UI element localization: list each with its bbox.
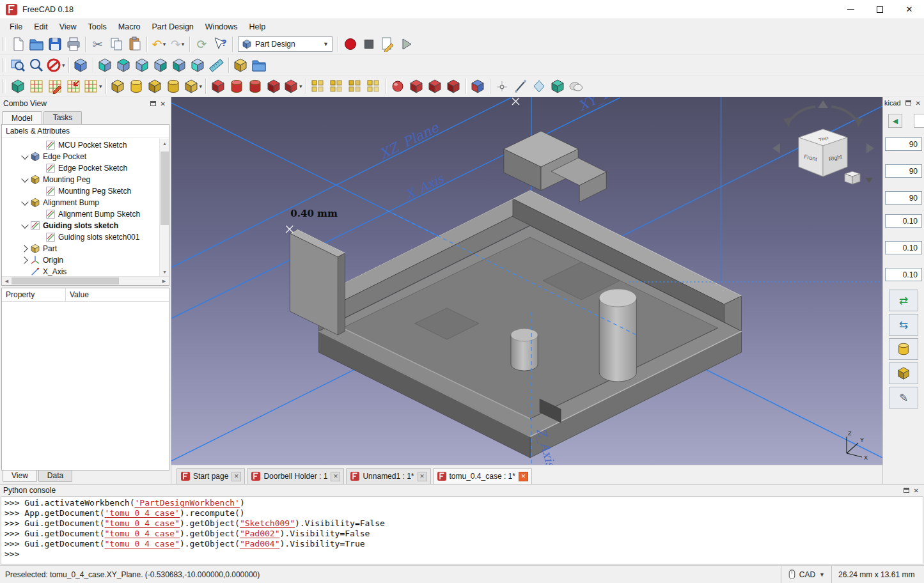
tree-item-alignment-bump-sketch[interactable]: Alignment Bump Sketch: [2, 208, 159, 220]
close-panel-icon[interactable]: ✕: [916, 100, 921, 107]
panel-back-button[interactable]: ◀: [888, 114, 902, 128]
panel-blank-button[interactable]: [914, 114, 924, 128]
measure-distance-button[interactable]: [207, 56, 226, 74]
rotate-left-arc-icon[interactable]: [788, 107, 815, 123]
rotation-z-field[interactable]: 90: [885, 191, 922, 205]
additive-loft-button[interactable]: [146, 77, 164, 95]
additive-pipe-button[interactable]: [164, 77, 183, 95]
add-cylinder-button[interactable]: [889, 338, 918, 360]
create-sketch-button[interactable]: [27, 77, 45, 95]
mirrored-button[interactable]: [309, 77, 327, 95]
additive-primitive-dropdown-icon[interactable]: ▾: [200, 83, 203, 89]
chevron-down-icon[interactable]: [20, 152, 30, 162]
draw-style-dropdown-icon[interactable]: ▾: [62, 62, 65, 68]
draw-style-button[interactable]: ▾: [45, 56, 66, 74]
redo-dropdown-icon[interactable]: ▾: [182, 41, 185, 47]
scrollbar-thumb[interactable]: [12, 277, 119, 284]
document-tab-doorbell-holder-1[interactable]: Doorbell Holder : 1✕: [247, 468, 344, 484]
scroll-up-icon[interactable]: ▲: [160, 139, 169, 148]
close-button[interactable]: ✕: [895, 0, 924, 19]
tree-vertical-scrollbar[interactable]: ▲ ▼: [159, 139, 169, 276]
macro-edit-button[interactable]: [378, 35, 396, 53]
python-console-input[interactable]: >>> Gui.activateWorkbench('PartDesignWor…: [1, 496, 923, 564]
menu-macro[interactable]: Macro: [113, 20, 146, 33]
toolbar-grip[interactable]: [3, 58, 6, 72]
part-primitives-button[interactable]: [231, 56, 250, 74]
redo-button[interactable]: ↷▾: [168, 35, 187, 53]
datum-line-button[interactable]: [512, 77, 530, 95]
edit-sketch-button[interactable]: [45, 77, 64, 95]
view-left-button[interactable]: [189, 56, 207, 74]
pad-button[interactable]: [109, 77, 127, 95]
subtractive-primitive-dropdown-icon[interactable]: ▾: [299, 83, 302, 89]
menu-help[interactable]: Help: [244, 20, 272, 33]
tree-item-alignment-bump[interactable]: Alignment Bump: [2, 197, 159, 208]
chevron-right-icon[interactable]: [20, 244, 30, 254]
close-panel-icon[interactable]: ✕: [914, 487, 919, 494]
rotate-right-arc-icon[interactable]: [831, 107, 858, 123]
part-import-button[interactable]: [250, 56, 269, 74]
menu-file[interactable]: File: [4, 20, 28, 33]
close-tab-icon[interactable]: ✕: [418, 472, 427, 481]
chevron-right-icon[interactable]: [20, 255, 30, 265]
boolean-operation-button[interactable]: [469, 77, 487, 95]
subtractive-loft-button[interactable]: [264, 77, 283, 95]
shapebinder-button[interactable]: [549, 77, 567, 95]
scroll-right-icon[interactable]: ▶: [159, 277, 169, 285]
close-tab-icon[interactable]: ✕: [519, 472, 528, 481]
multitransform-button[interactable]: [364, 77, 383, 95]
create-body-button[interactable]: [8, 77, 27, 95]
cut-button[interactable]: ✂: [88, 35, 107, 53]
print-document-button[interactable]: [64, 35, 82, 53]
refresh-button[interactable]: ⟳: [192, 35, 211, 53]
tree-item-mounting-peg[interactable]: Mounting Peg: [2, 174, 159, 185]
rotation-y-field[interactable]: 90: [885, 164, 922, 178]
toolbar-grip[interactable]: [3, 79, 6, 93]
rotation-x-field[interactable]: 90: [885, 137, 922, 151]
tree-item-mounting-peg-sketch[interactable]: Mounting Peg Sketch: [2, 185, 159, 197]
tree-item-edge-pocket[interactable]: Edge Pocket: [2, 151, 159, 162]
macro-record-button[interactable]: [341, 35, 359, 53]
maximize-button[interactable]: [865, 0, 895, 19]
scroll-down-icon[interactable]: ▼: [160, 267, 169, 276]
float-panel-icon[interactable]: [150, 101, 156, 106]
tab-tasks[interactable]: Tasks: [43, 111, 82, 124]
scrollbar-thumb[interactable]: [161, 152, 169, 225]
tree-item-x-axis[interactable]: X_Axis: [2, 266, 159, 276]
view-right-button[interactable]: [133, 56, 152, 74]
document-tab-unnamed1-1[interactable]: Unnamed1 : 1*✕: [346, 468, 430, 484]
whats-this-button[interactable]: ?: [211, 35, 230, 53]
float-panel-icon[interactable]: [904, 488, 909, 493]
navigation-style-selector[interactable]: CAD ▼: [781, 566, 831, 583]
sync-model-button[interactable]: ⇄: [889, 290, 918, 311]
tree-item-guiding-slots-sketch001[interactable]: Guiding slots sketch001: [2, 231, 159, 243]
new-document-button[interactable]: [8, 35, 27, 53]
document-tab-tomu-0-4-case-1[interactable]: tomu_0.4_case : 1*✕: [433, 468, 532, 484]
push-changes-button[interactable]: [889, 362, 918, 384]
paste-button[interactable]: [125, 35, 144, 53]
pan-right-arrow-icon[interactable]: [866, 143, 874, 153]
chevron-down-icon[interactable]: [20, 198, 30, 208]
placement-y-field[interactable]: 0.10: [885, 241, 922, 254]
pan-left-arrow-icon[interactable]: [772, 143, 780, 153]
toolbar-grip[interactable]: [3, 37, 6, 51]
view-fit-all-button[interactable]: [8, 56, 27, 74]
rotate-right-arrow-icon[interactable]: [854, 117, 863, 127]
map-sketch-button[interactable]: [64, 77, 82, 95]
save-document-button[interactable]: [45, 35, 64, 53]
linear-pattern-button[interactable]: [327, 77, 346, 95]
hole-button[interactable]: [227, 77, 246, 95]
edit-object-button[interactable]: ✎: [889, 387, 918, 408]
sketch-tools-dropdown-icon[interactable]: ▾: [99, 83, 102, 89]
view-front-button[interactable]: [96, 56, 114, 74]
view-rear-button[interactable]: [152, 56, 170, 74]
chamfer-button[interactable]: [407, 77, 426, 95]
rotate-left-arrow-icon[interactable]: [783, 117, 792, 127]
fillet-button[interactable]: [389, 77, 407, 95]
macro-stop-button[interactable]: [359, 35, 378, 53]
tab-view[interactable]: View: [3, 470, 37, 482]
placement-z-field[interactable]: 0.10: [885, 268, 922, 281]
document-tab-start-page[interactable]: Start page✕: [176, 468, 245, 484]
pocket-button[interactable]: [208, 77, 227, 95]
groove-button[interactable]: [246, 77, 264, 95]
